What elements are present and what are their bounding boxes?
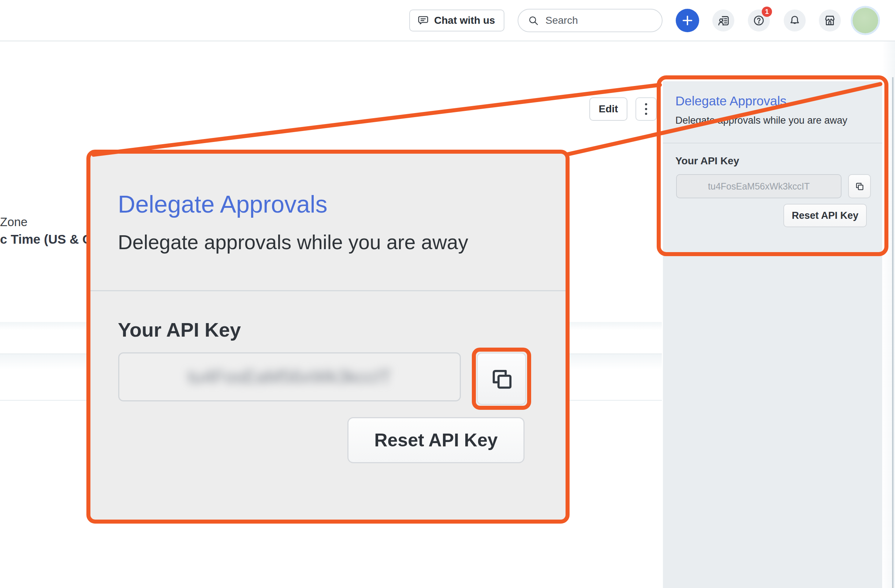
help-notification-badge: 1 xyxy=(762,7,772,17)
callout-delegate-approvals-subtitle: Delegate approvals while you are away xyxy=(118,230,468,254)
delegate-approvals-title: Delegate Approvals xyxy=(675,94,787,108)
add-button[interactable] xyxy=(676,9,699,32)
search-box xyxy=(517,9,663,32)
chat-bubble-icon xyxy=(417,15,429,26)
user-avatar[interactable] xyxy=(853,8,878,33)
zoom-callout: Delegate Approvals Delegate approvals wh… xyxy=(86,150,570,524)
bell-icon xyxy=(789,14,801,27)
notifications-button[interactable] xyxy=(784,9,806,32)
copy-api-key-button[interactable] xyxy=(848,174,871,198)
kebab-icon xyxy=(645,103,647,105)
callout-reset-api-key-button: Reset API Key xyxy=(347,417,525,463)
callout-delegate-approvals-title: Delegate Approvals xyxy=(118,190,327,218)
chat-with-us-button[interactable]: Chat with us xyxy=(409,9,504,32)
help-button[interactable]: 1 xyxy=(748,9,770,32)
callout-divider xyxy=(90,290,566,291)
contact-list-icon xyxy=(717,14,730,27)
copy-icon xyxy=(487,364,516,394)
search-input[interactable] xyxy=(545,14,641,27)
api-key-label: Your API Key xyxy=(675,155,739,167)
timezone-label-fragment: Zone xyxy=(0,215,27,229)
callout-api-key-blurred-value: tu4FosEaM56xWk3kccIT xyxy=(188,366,391,388)
api-key-input[interactable] xyxy=(676,174,842,198)
copy-icon xyxy=(854,180,865,192)
plus-icon xyxy=(681,14,694,27)
delegate-approvals-subtitle: Delegate approvals while you are away xyxy=(675,115,847,126)
page-right-edge-line xyxy=(892,77,893,588)
more-options-button[interactable] xyxy=(636,97,657,121)
callout-copy-highlight-ring xyxy=(472,348,531,410)
storefront-icon xyxy=(824,14,836,27)
callout-api-key-input: tu4FosEaM56xWk3kccIT xyxy=(118,352,461,402)
callout-copy-api-key-button xyxy=(477,353,526,405)
search-icon xyxy=(528,15,539,26)
callout-api-key-label: Your API Key xyxy=(118,318,241,341)
panel-divider xyxy=(663,143,882,144)
reset-api-key-button[interactable]: Reset API Key xyxy=(783,204,867,227)
zoom-connector-line-top xyxy=(91,83,662,157)
top-bar: Chat with us xyxy=(0,0,895,41)
marketplace-button[interactable] xyxy=(819,9,841,32)
chat-with-us-label: Chat with us xyxy=(434,15,495,26)
contacts-button[interactable] xyxy=(712,9,734,32)
edit-button[interactable]: Edit xyxy=(589,97,627,121)
help-icon xyxy=(752,14,765,27)
app-screen: Chat with us xyxy=(0,0,895,588)
